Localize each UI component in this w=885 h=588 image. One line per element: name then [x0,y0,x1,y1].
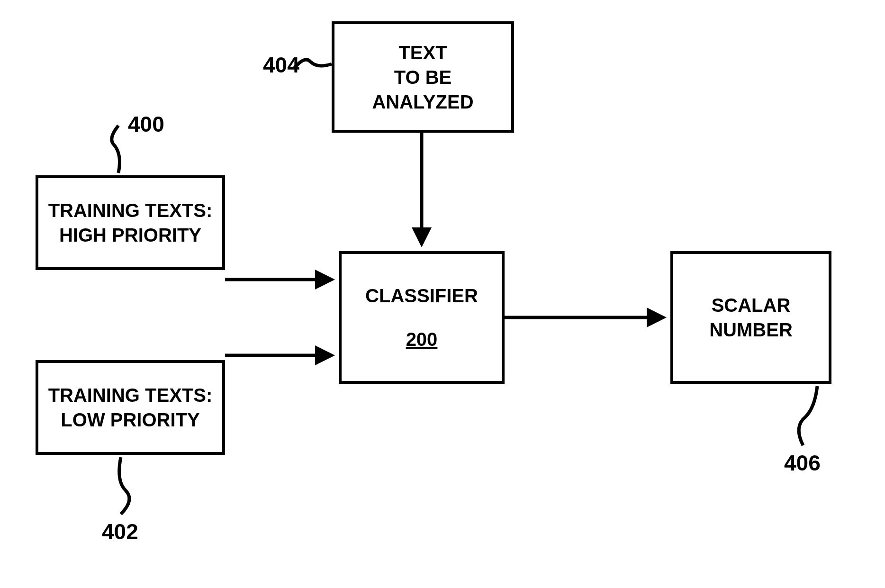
callout-406 [777,384,834,450]
arrow-high-to-classifier [225,265,341,294]
ref-404: 404 [263,52,299,78]
ref-406: 406 [784,450,821,476]
box-text-to-analyze: TEXT TO BE ANALYZED [332,21,514,133]
arrow-text-to-classifier [407,133,436,253]
box-training-high-priority: TRAINING TEXTS: HIGH PRIORITY [36,175,225,270]
text-analyze-line1: TEXT [398,40,447,65]
callout-402 [95,455,152,516]
box-scalar-number: SCALAR NUMBER [670,251,831,384]
arrow-classifier-to-scalar [505,303,673,332]
high-priority-line2: HIGH PRIORITY [59,223,201,247]
classifier-label: CLASSIFIER [365,283,478,308]
low-priority-line1: TRAINING TEXTS: [48,383,213,407]
scalar-line2: NUMBER [709,317,793,342]
text-analyze-line3: ANALYZED [372,90,473,114]
ref-400: 400 [128,111,164,137]
low-priority-line2: LOW PRIORITY [61,407,199,432]
box-classifier: CLASSIFIER 200 [339,251,505,384]
high-priority-line1: TRAINING TEXTS: [48,198,213,223]
classifier-id: 200 [406,327,438,352]
box-training-low-priority: TRAINING TEXTS: LOW PRIORITY [36,360,225,455]
arrow-low-to-classifier [225,341,341,370]
ref-402: 402 [102,519,138,544]
scalar-line1: SCALAR [712,293,791,317]
text-analyze-line2: TO BE [394,65,452,90]
